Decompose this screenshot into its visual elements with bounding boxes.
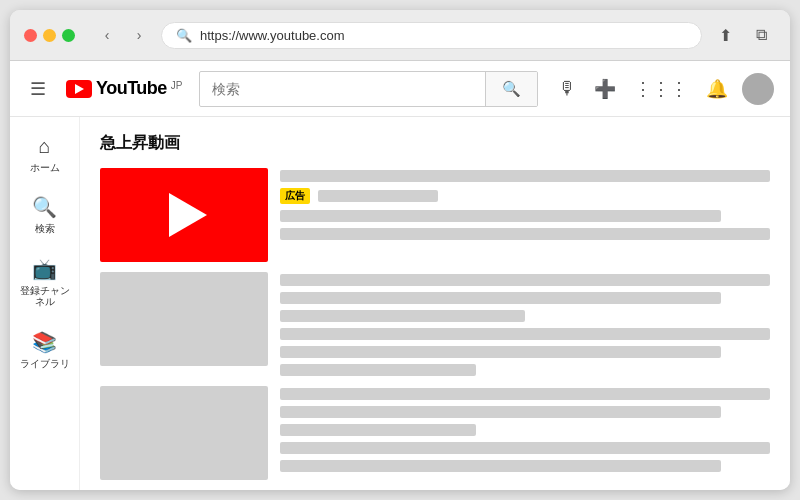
video-thumbnail-2[interactable] [100,272,268,366]
share-button[interactable]: ⬆ [710,20,740,50]
menu-button[interactable]: ☰ [26,74,50,104]
browser-window: ‹ › 🔍 ⬆ ⧉ ☰ YouTube JP 🔍 [10,10,790,490]
youtube-header: ☰ YouTube JP 🔍 🎙 ➕ ⋮⋮⋮ 🔔 [10,61,790,117]
youtube-app: ☰ YouTube JP 🔍 🎙 ➕ ⋮⋮⋮ 🔔 [10,61,790,490]
ad-badge: 広告 [280,188,310,204]
avatar[interactable] [742,73,774,105]
video-title-2a [280,274,770,286]
search-button[interactable]: 🔍 [485,72,537,106]
close-button[interactable] [24,29,37,42]
forward-button[interactable]: › [125,21,153,49]
video-desc-2a [280,328,770,340]
video-desc-2c [280,364,476,376]
video-item-2[interactable] [100,272,770,376]
notification-button[interactable]: 🔔 [702,74,732,104]
create-button[interactable]: ➕ [590,74,620,104]
library-icon: 📚 [32,330,57,354]
sidebar-item-search[interactable]: 🔍 検索 [14,185,75,242]
nav-buttons: ‹ › [93,21,153,49]
youtube-logo-text: YouTube [96,78,167,99]
video-title-line-1 [280,170,770,182]
title-bar: ‹ › 🔍 ⬆ ⧉ [10,10,790,61]
subscriptions-icon: 📺 [32,257,57,281]
video-item-1[interactable]: 広告 [100,168,770,262]
video-desc-2 [280,228,770,240]
video-item-3[interactable] [100,386,770,480]
traffic-lights [24,29,75,42]
video-list: 広告 [100,168,770,490]
youtube-logo-sub: JP [171,80,183,91]
ad-line: 広告 [280,188,770,204]
mic-button[interactable]: 🎙 [554,74,580,103]
video-title-3a [280,388,770,400]
youtube-play-icon [75,84,84,94]
content-area: 急上昇動画 広告 [80,117,790,490]
address-input[interactable] [200,28,687,43]
video-title-3b [280,406,721,418]
youtube-logo[interactable]: YouTube JP [66,78,183,99]
video-desc-3b [280,460,721,472]
sidebar-label-subscriptions: 登録チャンネル [18,285,71,308]
home-icon: ⌂ [38,135,50,158]
sidebar: ⌂ ホーム 🔍 検索 📺 登録チャンネル 📚 ライブラリ [10,117,80,490]
video-thumbnail-3[interactable] [100,386,268,480]
sidebar-label-library: ライブラリ [20,358,70,369]
section-title: 急上昇動画 [100,133,770,154]
ad-text [318,190,438,202]
back-button[interactable]: ‹ [93,21,121,49]
video-info-1: 広告 [280,168,770,240]
address-search-icon: 🔍 [176,28,192,43]
sidebar-item-home[interactable]: ⌂ ホーム [14,125,75,181]
sidebar-label-home: ホーム [30,162,60,173]
toolbar-right: ⬆ ⧉ [710,20,776,50]
sidebar-label-search: 検索 [35,223,55,234]
sidebar-item-subscriptions[interactable]: 📺 登録チャンネル [14,247,75,316]
video-desc-3a [280,442,770,454]
youtube-logo-icon [66,80,92,98]
search-bar[interactable]: 🔍 [199,71,539,107]
video-title-2c [280,310,525,322]
video-title-2b [280,292,721,304]
apps-button[interactable]: ⋮⋮⋮ [630,74,692,104]
youtube-main: ⌂ ホーム 🔍 検索 📺 登録チャンネル 📚 ライブラリ 急上昇動画 [10,117,790,490]
header-right: 🎙 ➕ ⋮⋮⋮ 🔔 [554,73,774,105]
video-desc-1 [280,210,721,222]
video-info-2 [280,272,770,376]
video-title-3c [280,424,476,436]
search-input[interactable] [200,75,486,103]
video-desc-2b [280,346,721,358]
address-bar[interactable]: 🔍 [161,22,702,49]
search-icon: 🔍 [32,195,57,219]
copy-button[interactable]: ⧉ [746,20,776,50]
video-info-3 [280,386,770,472]
play-icon [169,193,207,237]
maximize-button[interactable] [62,29,75,42]
minimize-button[interactable] [43,29,56,42]
sidebar-item-library[interactable]: 📚 ライブラリ [14,320,75,377]
video-thumbnail-1[interactable] [100,168,268,262]
